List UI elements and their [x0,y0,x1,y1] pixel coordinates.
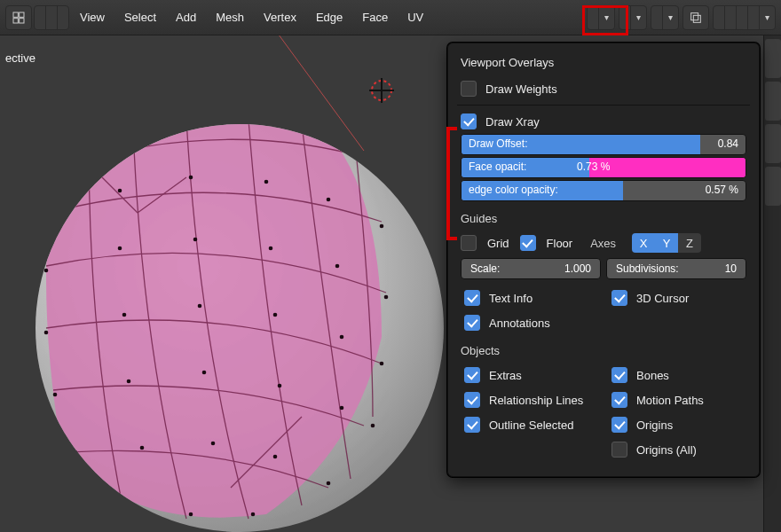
svg-point-24 [185,122,189,127]
mode-selector[interactable] [34,5,69,30]
menu-face[interactable]: Face [353,11,397,24]
grid-checkbox[interactable] [461,235,477,251]
svg-rect-2 [13,18,18,22]
slider-value: 0.57 % [706,184,738,196]
bones-checkbox[interactable] [611,367,627,383]
menu-add[interactable]: Add [167,11,205,24]
draw-weights-label: Draw Weights [485,82,557,96]
3d-cursor-checkbox[interactable] [611,290,627,306]
slider-label: edge color opacity: [469,184,558,196]
floor-checkbox[interactable] [520,235,536,251]
svg-point-47 [127,379,131,384]
svg-point-31 [264,180,269,184]
menu-view[interactable]: View [71,11,114,24]
mode-face-icon[interactable] [57,6,68,29]
rail-tab[interactable] [765,82,781,121]
svg-point-32 [327,198,331,202]
n-panel-rail [763,35,781,532]
menu-uv[interactable]: UV [398,11,432,24]
shade-wire-icon[interactable] [714,6,724,29]
svg-point-43 [273,313,278,317]
motion-paths-label: Motion Paths [636,394,704,407]
svg-point-36 [193,238,198,242]
visibility-dropdown[interactable]: ▾ [587,5,615,30]
editor-type-button[interactable] [5,5,32,30]
annotations-label: Annotations [489,317,550,330]
draw-xray-label: Draw Xray [485,115,540,129]
scale-field-label: Scale: [470,262,500,275]
text-info-label: Text Info [489,292,532,305]
slider-value: 0.84 [718,137,738,150]
guides-heading: Guides [457,203,750,231]
edge-opacity-slider[interactable]: edge color opacity: 0.57 % [461,180,746,201]
svg-rect-0 [13,12,18,17]
svg-point-42 [198,304,202,309]
draw-offset-slider[interactable]: Draw Offset: 0.84 [461,134,746,155]
rail-tab[interactable] [765,39,781,78]
outline-selected-checkbox[interactable] [464,417,480,433]
axis-z-button[interactable]: Z [678,233,701,253]
rail-tab[interactable] [765,124,781,163]
floor-label: Floor [547,237,573,250]
svg-point-40 [44,331,49,335]
svg-rect-10 [691,12,698,20]
chevron-down-icon: ▾ [630,6,646,29]
svg-point-57 [122,508,127,512]
draw-xray-checkbox[interactable] [461,113,477,129]
overlays-icon [651,6,662,29]
xray-toggle[interactable] [682,5,709,30]
snap-dropdown[interactable]: ▾ [619,5,647,30]
mode-vertex-icon[interactable] [35,6,45,29]
svg-point-58 [189,512,193,517]
axis-y-button[interactable]: Y [655,233,678,253]
origins-checkbox[interactable] [611,417,627,433]
motion-paths-checkbox[interactable] [611,392,627,408]
scale-field[interactable]: Scale: 1.000 [461,258,601,279]
shading-modes: ▾ [713,5,776,30]
shade-solid-icon[interactable] [724,6,736,29]
svg-point-54 [211,442,216,446]
svg-point-53 [140,446,145,450]
overlays-dropdown[interactable]: ▾ [651,5,679,30]
origins-all-checkbox[interactable] [611,442,627,458]
text-info-checkbox[interactable] [464,290,480,306]
face-opacity-slider[interactable]: Face opacit: 0.73 % [461,157,746,178]
extras-label: Extras [489,369,522,382]
svg-point-55 [273,455,278,459]
svg-point-34 [44,269,49,273]
menu-mesh[interactable]: Mesh [207,11,253,24]
svg-point-49 [278,384,282,388]
3d-cursor-label: 3D Cursor [636,292,689,305]
subdivisions-field[interactable]: Subdivisions: 10 [606,258,746,279]
svg-point-28 [47,215,51,220]
svg-point-46 [53,393,58,397]
extras-checkbox[interactable] [464,367,480,383]
svg-point-56 [327,481,331,486]
relationship-lines-label: Relationship Lines [489,394,583,407]
shade-lookdev-icon[interactable] [736,6,747,29]
axes-toggle: X Y Z [632,233,701,253]
relationship-lines-checkbox[interactable] [464,392,480,408]
svg-rect-3 [20,18,24,22]
svg-point-50 [340,406,344,411]
shade-render-icon[interactable] [747,6,759,29]
svg-point-37 [269,246,273,251]
chevron-down-icon: ▾ [598,6,614,29]
svg-point-59 [251,512,256,517]
svg-point-35 [118,246,122,251]
subdiv-field-label: Subdivisions: [616,262,679,275]
axis-x-button[interactable]: X [632,233,655,253]
mode-edge-icon[interactable] [45,6,57,29]
svg-point-38 [335,264,340,269]
viewport-overlays-popover: Viewport Overlays Draw Weights Draw Xray… [447,43,760,477]
annotations-checkbox[interactable] [464,315,480,331]
menu-select[interactable]: Select [115,11,165,24]
menu-vertex[interactable]: Vertex [255,11,305,24]
menu-edge[interactable]: Edge [307,11,351,24]
svg-point-39 [384,295,389,300]
grid-label: Grid [487,237,509,250]
rail-tab[interactable] [765,167,781,206]
svg-point-48 [202,371,207,375]
chevron-down-icon: ▾ [662,6,678,29]
draw-weights-checkbox[interactable] [461,81,477,97]
